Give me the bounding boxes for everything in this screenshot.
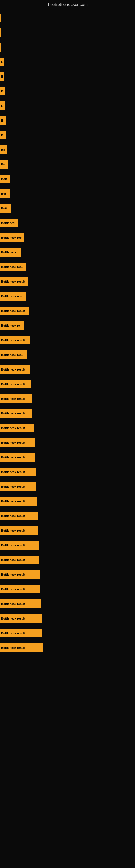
bar-row: Bottleneck result	[0, 582, 135, 596]
bar-row: Bottleneck re	[0, 318, 135, 333]
bar: Bottleneck result	[0, 424, 34, 432]
bar: Bottlenec	[0, 219, 18, 227]
bar: Bottleneck res	[0, 233, 24, 242]
bar: Bottleneck resu	[0, 262, 26, 271]
bar-label: Bottleneck resu	[1, 265, 24, 269]
bar	[0, 43, 1, 52]
bar-row: Bottleneck result	[0, 597, 135, 611]
bar-label: Bottleneck result	[1, 309, 25, 312]
bar-row: Bottleneck result	[0, 465, 135, 479]
bar-label: Bottleneck result	[1, 573, 25, 576]
bar-row: Bot	[0, 187, 135, 201]
bar-row: Bottleneck result	[0, 641, 135, 655]
bar-label: Bottleneck result	[1, 280, 25, 283]
bar: Bottleneck result	[0, 482, 37, 491]
bar: Bott	[0, 204, 11, 213]
bar-row	[0, 26, 135, 40]
bar-row: Bottleneck result	[0, 421, 135, 435]
bar: Bo	[0, 160, 8, 169]
bar-row: Bottleneck result	[0, 304, 135, 318]
bar: Bottleneck result	[0, 570, 40, 579]
bar-row: Bottleneck result	[0, 509, 135, 523]
bar: Bo	[0, 145, 7, 154]
bar-label: E	[1, 60, 3, 63]
bar-row: Bottleneck result	[0, 377, 135, 391]
bar-label: E	[1, 75, 3, 78]
bar: Bottleneck result	[0, 394, 32, 403]
bar: Bottleneck result	[0, 614, 42, 623]
bar: Bottleneck result	[0, 453, 35, 462]
bar-label: B	[1, 90, 3, 93]
bar-label: Bottleneck result	[1, 368, 25, 371]
bar-label: Bottleneck resu	[1, 294, 24, 298]
bar: Bottleneck result	[0, 336, 30, 344]
bar: Bott	[0, 175, 10, 183]
bar: Bottleneck result	[0, 541, 39, 550]
bar-row: Bottleneck	[0, 245, 135, 259]
bar-label: Bott	[1, 207, 7, 210]
bar-row: Bottleneck result	[0, 538, 135, 552]
bar-row: E	[0, 55, 135, 69]
bar	[0, 28, 1, 37]
bar: Bottleneck result	[0, 409, 32, 418]
bar-row: E	[0, 69, 135, 84]
bar: Bottleneck result	[0, 629, 42, 638]
bar-row: Bottleneck result	[0, 450, 135, 464]
bar-label: Bo	[1, 148, 5, 151]
bar-row: Bottleneck result	[0, 479, 135, 494]
bar-row: Bo	[0, 157, 135, 172]
bar-row: Bottleneck result	[0, 567, 135, 582]
bar-row: Bottleneck resu	[0, 348, 135, 362]
bar-label: Bottleneck resu	[1, 353, 24, 356]
bar-row: Bottleneck result	[0, 392, 135, 406]
bar	[0, 13, 1, 22]
bar: B	[0, 131, 6, 140]
bar-row: Bottleneck result	[0, 494, 135, 508]
bar-label: Bottleneck result	[1, 514, 25, 518]
bar: Bottleneck result	[0, 512, 38, 520]
bar-row: Bottleneck result	[0, 626, 135, 640]
bar-label: E	[1, 104, 3, 107]
bar-label: Bottleneck result	[1, 646, 25, 649]
bar-row	[0, 11, 135, 25]
bar: E	[0, 101, 5, 110]
bar-label: Bottleneck result	[1, 412, 25, 415]
bar-row: Bott	[0, 201, 135, 215]
bar-row: B	[0, 128, 135, 142]
bar-row: E	[0, 99, 135, 113]
bar-row: Bottleneck resu	[0, 289, 135, 303]
bar: Bottleneck result	[0, 380, 31, 389]
bar-row: Bottleneck result	[0, 406, 135, 421]
bar: Bottleneck result	[0, 497, 37, 506]
bar-row: Bottleneck result	[0, 611, 135, 625]
bar-row: Bottleneck res	[0, 230, 135, 245]
bar-label: Bottleneck	[1, 251, 16, 254]
bar: Bottleneck result	[0, 365, 30, 374]
bar: E	[0, 116, 6, 125]
bar-label: Bottleneck re	[1, 324, 20, 327]
bar-label: Bott	[1, 177, 7, 181]
bar-row: Bottleneck result	[0, 553, 135, 567]
bar-label: Bot	[1, 192, 6, 195]
bar-label: Bottleneck result	[1, 456, 25, 459]
bar-row: Bottlenec	[0, 216, 135, 230]
bar: Bottleneck result	[0, 468, 36, 476]
bar: Bottleneck result	[0, 599, 41, 608]
bar-row: Bottleneck result	[0, 362, 135, 376]
bar-label: Bottleneck result	[1, 617, 25, 620]
bar-label: Bottleneck result	[1, 558, 25, 561]
bar: Bottleneck resu	[0, 350, 27, 359]
bar-row	[0, 40, 135, 54]
bar-row: B	[0, 84, 135, 98]
bar: Bot	[0, 189, 10, 198]
bars-container: EEBEEBBoBoBottBotBottBottlenecBottleneck…	[0, 8, 135, 655]
bar-label: Bottleneck result	[1, 441, 25, 444]
bar-label: Bottleneck result	[1, 397, 25, 400]
bar: B	[0, 87, 5, 95]
bar-label: Bottleneck result	[1, 631, 25, 635]
bar: Bottleneck result	[0, 438, 35, 447]
bar: Bottleneck result	[0, 526, 38, 535]
bar-row: Bottleneck result	[0, 333, 135, 347]
bar-label: Bottleneck result	[1, 588, 25, 591]
bar-row: Bottleneck resu	[0, 260, 135, 274]
